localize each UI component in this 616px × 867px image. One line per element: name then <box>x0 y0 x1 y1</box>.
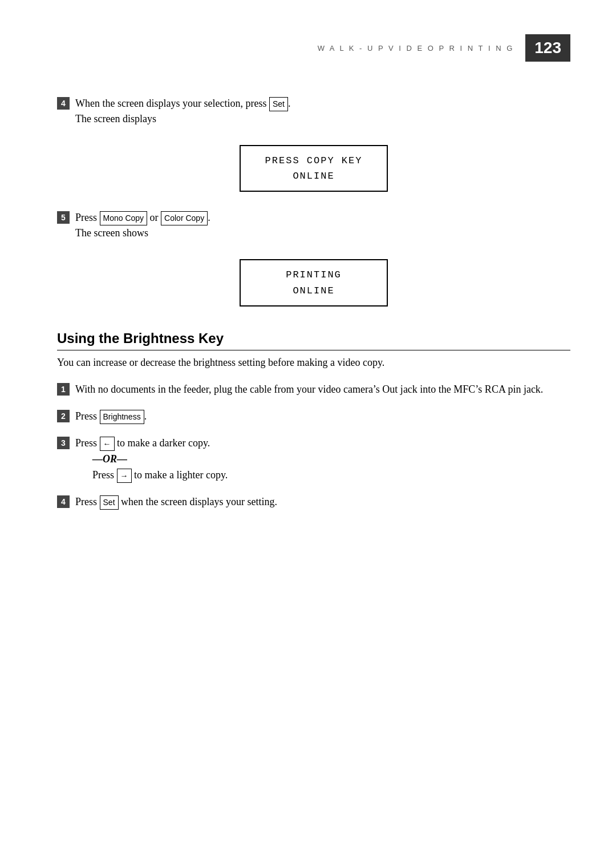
brightness-step-2-text: Press Brightness. <box>75 410 147 422</box>
brightness-step-4-text: Press Set when the screen displays your … <box>75 496 277 507</box>
brightness-step-4-number: 4 <box>57 495 70 508</box>
header-title: W A L K - U P V I D E O P R I N T I N G <box>318 44 514 53</box>
screen-display-2-container: PRINTING ONLINE <box>57 252 570 313</box>
brightness-step-4-block: 4 Press Set when the screen displays you… <box>57 494 570 510</box>
step-4-text: When the screen displays your selection,… <box>75 98 290 109</box>
left-arrow-key: ← <box>100 437 115 451</box>
step-4-item: 4 When the screen displays your selectio… <box>57 96 570 127</box>
brightness-step-1-block: 1 With no documents in the feeder, plug … <box>57 382 570 397</box>
brightness-step-1-number: 1 <box>57 383 70 396</box>
screen-2-line1: PRINTING <box>252 267 375 283</box>
step-5-text: Press Mono Copy or Color Copy. <box>75 212 210 223</box>
mono-copy-key: Mono Copy <box>100 211 148 225</box>
set-key-2: Set <box>100 495 119 510</box>
step-4-subtext: The screen displays <box>75 113 156 124</box>
step-4-block: 4 When the screen displays your selectio… <box>57 96 570 199</box>
screen-display-2: PRINTING ONLINE <box>240 259 388 306</box>
or-line: —OR— <box>75 453 570 465</box>
brightness-step-3-number: 3 <box>57 437 70 449</box>
section-2: Using the Brightness Key You can increas… <box>57 330 570 510</box>
section-2-heading: Using the Brightness Key <box>57 330 570 350</box>
step-5-number: 5 <box>57 211 70 224</box>
page-header: W A L K - U P V I D E O P R I N T I N G … <box>46 34 570 62</box>
brightness-step-1-content: With no documents in the feeder, plug th… <box>75 382 570 397</box>
set-key-1: Set <box>269 97 288 111</box>
brightness-step-1-text: With no documents in the feeder, plug th… <box>75 384 543 395</box>
color-copy-key: Color Copy <box>161 211 208 225</box>
screen-1-line1: PRESS COPY KEY <box>252 153 375 168</box>
brightness-step-2-content: Press Brightness. <box>75 409 570 424</box>
press-right-line: Press → to make a lighter copy. <box>75 467 570 483</box>
step-4-number: 4 <box>57 97 70 110</box>
brightness-step-2-number: 2 <box>57 410 70 422</box>
step-5-content: Press Mono Copy or Color Copy. The scree… <box>75 210 570 241</box>
step-5-subtext: The screen shows <box>75 227 148 239</box>
page-number: 123 <box>525 34 570 62</box>
brightness-step-4: 4 Press Set when the screen displays you… <box>57 494 570 510</box>
right-arrow-key: → <box>117 469 132 483</box>
step-4-content: When the screen displays your selection,… <box>75 96 570 127</box>
brightness-step-2: 2 Press Brightness. <box>57 409 570 424</box>
page-container: W A L K - U P V I D E O P R I N T I N G … <box>0 0 616 867</box>
screen-2-line2: ONLINE <box>252 283 375 299</box>
brightness-step-2-block: 2 Press Brightness. <box>57 409 570 424</box>
brightness-step-3-content: Press ← to make a darker copy. —OR— Pres… <box>75 435 570 483</box>
step-5-item: 5 Press Mono Copy or Color Copy. The scr… <box>57 210 570 241</box>
brightness-step-3: 3 Press ← to make a darker copy. —OR— Pr… <box>57 435 570 483</box>
brightness-step-3-text: Press ← to make a darker copy. <box>75 437 210 449</box>
main-content: 4 When the screen displays your selectio… <box>46 96 570 510</box>
screen-1-line2: ONLINE <box>252 168 375 184</box>
section-2-description: You can increase or decrease the brightn… <box>57 355 570 370</box>
brightness-step-3-block: 3 Press ← to make a darker copy. —OR— Pr… <box>57 435 570 483</box>
screen-display-1: PRESS COPY KEY ONLINE <box>240 145 388 192</box>
step-5-block: 5 Press Mono Copy or Color Copy. The scr… <box>57 210 570 313</box>
brightness-step-4-content: Press Set when the screen displays your … <box>75 494 570 510</box>
screen-display-1-container: PRESS COPY KEY ONLINE <box>57 138 570 199</box>
brightness-key: Brightness <box>100 410 144 424</box>
brightness-step-1: 1 With no documents in the feeder, plug … <box>57 382 570 397</box>
